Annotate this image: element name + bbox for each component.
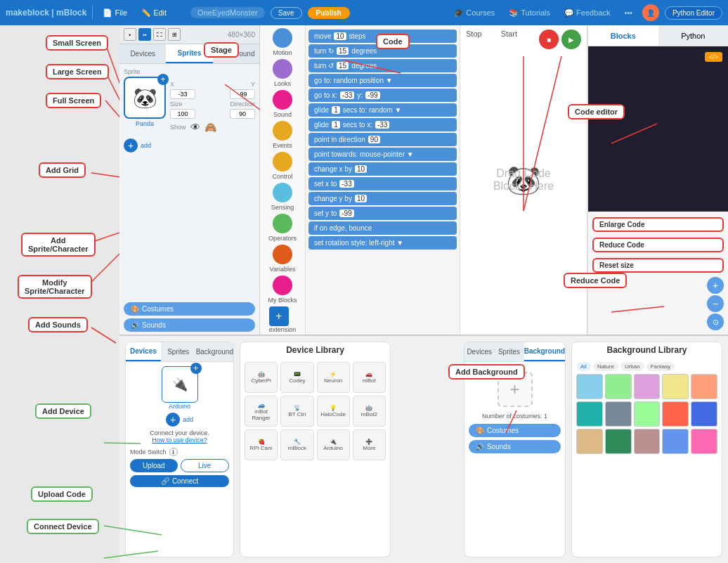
block-change-x[interactable]: change x by 10 <box>308 162 457 176</box>
bg-item-1[interactable] <box>576 374 603 399</box>
bg-cat-all[interactable]: All <box>576 362 591 371</box>
courses-link[interactable]: 🎓 Courses <box>450 7 499 19</box>
sprite-card[interactable]: 🐼 + <box>124 77 166 119</box>
start-button[interactable]: ▶ <box>561 30 581 49</box>
bg-item-11[interactable] <box>576 429 603 454</box>
file-menu[interactable]: 📄 File <box>98 7 131 19</box>
python-editor-button[interactable]: Python Editor <box>665 6 722 20</box>
bg-cat-nature[interactable]: Nature <box>593 362 618 371</box>
device-halocode[interactable]: 💡HaloCode <box>317 396 350 427</box>
device-arduino[interactable]: 🔌Arduino <box>317 429 350 460</box>
eye-closed-icon[interactable]: 🙈 <box>204 122 216 133</box>
bg-item-10[interactable] <box>691 401 717 427</box>
block-turn-ccw[interactable]: turn ↺ 15 degrees <box>308 59 457 72</box>
upload-button[interactable]: Upload <box>130 459 178 472</box>
sounds-button[interactable]: 🔊 Sounds <box>124 318 255 332</box>
device-mbot-ranger[interactable]: 🚙mBot Ranger <box>245 396 278 427</box>
bg-item-14[interactable] <box>662 429 689 454</box>
block-cat-control[interactable]: Control <box>264 152 301 180</box>
live-button[interactable]: Live <box>181 459 230 472</box>
bg-item-13[interactable] <box>634 429 661 454</box>
block-glide-xy[interactable]: glide 1 secs to x: -33 <box>308 118 457 131</box>
block-cat-sensing[interactable]: Sensing <box>264 183 301 211</box>
zoom-in-button[interactable]: + <box>707 277 724 294</box>
sprite-plus-badge[interactable]: + <box>157 74 169 85</box>
bg-item-8[interactable] <box>634 401 661 427</box>
costumes-button[interactable]: 🎨 Costumes <box>124 302 255 316</box>
eye-open-icon[interactable]: 👁 <box>190 122 200 133</box>
block-cat-events[interactable]: Events <box>264 121 301 149</box>
how-to-link[interactable]: How to use device? <box>130 436 229 444</box>
block-rotation-style[interactable]: set rotation style: left-right ▼ <box>308 236 457 250</box>
feedback-link[interactable]: 💬 Feedback <box>560 7 614 19</box>
block-glide-random[interactable]: glide 1 secs to: random ▼ <box>308 103 457 117</box>
add-sprite-icon[interactable]: + <box>124 138 138 153</box>
more-menu[interactable]: ••• <box>620 7 637 18</box>
device-mbot2[interactable]: 🤖mBot2 <box>353 396 386 427</box>
grid-button[interactable]: ⊞ <box>168 28 181 41</box>
block-cat-myblocks[interactable]: My Blocks <box>264 276 301 304</box>
mode-switch-info-icon[interactable]: ℹ <box>169 448 178 456</box>
bg-item-2[interactable] <box>605 374 632 399</box>
arduino-device-card[interactable]: 🔌 + <box>162 366 198 403</box>
device-rpi[interactable]: 🍓RPi Cam <box>245 429 278 460</box>
edit-menu[interactable]: ✏️ Edit <box>137 7 171 19</box>
bg-cat-fantasy[interactable]: Fantasy <box>646 362 675 371</box>
block-cat-operators[interactable]: Operators <box>264 214 301 242</box>
tutorials-link[interactable]: 📚 Tutorials <box>505 7 554 19</box>
device-cyberpi[interactable]: 🤖CyberPi <box>245 362 278 393</box>
stop-button[interactable]: ■ <box>539 30 559 49</box>
device-bluetooth[interactable]: 📡BT Ctrl <box>280 396 313 427</box>
bg-sounds-button[interactable]: 🔊 Sounds <box>469 440 561 453</box>
add-device-row[interactable]: + add <box>130 413 229 427</box>
add-sprite-row[interactable]: + add <box>124 138 255 153</box>
block-set-y[interactable]: set y to -99 <box>308 207 457 220</box>
bottom-sprites-tab[interactable]: Sprites <box>161 342 196 361</box>
block-cat-sound[interactable]: Sound <box>264 90 301 118</box>
zoom-out-button[interactable]: − <box>707 295 724 312</box>
blocks-tab[interactable]: Blocks <box>588 25 658 46</box>
block-cat-looks[interactable]: Looks <box>264 59 301 87</box>
bottom-background-tab[interactable]: Background <box>196 342 233 361</box>
bottom-right-sprites-tab[interactable]: Sprites <box>494 342 524 361</box>
block-cat-motion[interactable]: Motion <box>264 28 301 56</box>
block-goto-xy[interactable]: go to x: -33 y: -99 <box>308 89 457 102</box>
device-neuron[interactable]: ⚡Neuron <box>317 362 350 393</box>
arduino-plus-badge[interactable]: + <box>190 363 202 374</box>
bg-item-5[interactable] <box>691 374 717 399</box>
connect-button[interactable]: 🔗 Connect <box>130 475 229 487</box>
bg-cat-urban[interactable]: Urban <box>620 362 644 371</box>
bg-item-3[interactable] <box>634 374 661 399</box>
block-edge-bounce[interactable]: if on edge, bounce <box>308 221 457 235</box>
device-mbot[interactable]: 🚗mBot <box>353 362 386 393</box>
block-change-y[interactable]: change y by 10 <box>308 192 457 205</box>
bg-item-15[interactable] <box>691 429 717 454</box>
bg-costumes-button[interactable]: 🎨 Costumes <box>469 424 561 437</box>
bottom-right-background-tab[interactable]: Background <box>524 342 565 361</box>
x-input[interactable] <box>170 89 195 99</box>
extension-button[interactable]: + extension <box>269 306 297 333</box>
small-screen-button[interactable]: ▪ <box>124 28 136 41</box>
bg-item-6[interactable] <box>576 401 603 427</box>
full-screen-button[interactable]: ⛶ <box>153 28 166 41</box>
block-point-dir[interactable]: point in direction 90 <box>308 133 457 146</box>
add-device-circle-icon[interactable]: + <box>166 413 180 427</box>
avatar[interactable]: 👤 <box>642 4 659 21</box>
device-makeblock[interactable]: 🔧mBlock <box>280 429 313 460</box>
devices-tab[interactable]: Devices <box>119 44 166 63</box>
block-set-x[interactable]: set x to -33 <box>308 177 457 190</box>
block-point-towards[interactable]: point towards: mouse-pointer ▼ <box>308 148 457 161</box>
direction-input[interactable] <box>230 109 255 119</box>
block-cat-variables[interactable]: Variables <box>264 245 301 273</box>
bg-item-12[interactable] <box>605 429 632 454</box>
size-input[interactable] <box>170 109 195 119</box>
device-codey[interactable]: 📟Codey <box>280 362 313 393</box>
block-goto-random[interactable]: go to: random position ▼ <box>308 74 457 87</box>
bottom-devices-tab[interactable]: Devices <box>126 342 161 361</box>
publish-button[interactable]: Publish <box>308 7 350 19</box>
bg-item-9[interactable] <box>662 401 689 427</box>
bg-item-4[interactable] <box>662 374 689 399</box>
python-tab[interactable]: Python <box>658 25 729 46</box>
device-more[interactable]: ➕More <box>353 429 386 460</box>
zoom-reset-button[interactable]: ⊙ <box>707 313 724 330</box>
